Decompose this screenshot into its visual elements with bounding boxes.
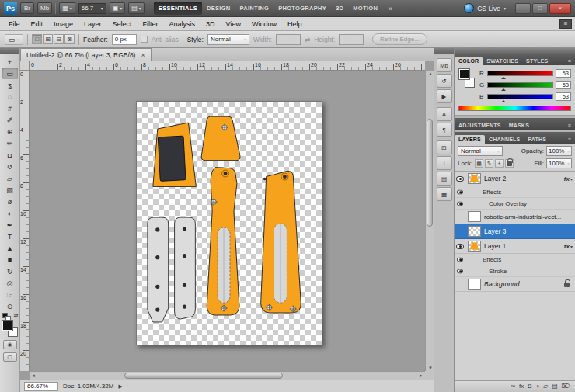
panel-menu-icon[interactable]: ≡ bbox=[564, 121, 575, 130]
horizontal-scroll-thumb[interactable] bbox=[124, 373, 283, 379]
effects-row[interactable]: Effects bbox=[455, 186, 575, 198]
history-brush-tool[interactable]: ↺ bbox=[2, 161, 18, 172]
menu-select[interactable]: Select bbox=[107, 19, 138, 29]
lock-pixels-icon[interactable]: ✎ bbox=[485, 159, 493, 168]
status-zoom-input[interactable]: 66.67% bbox=[24, 382, 58, 391]
visibility-toggle[interactable] bbox=[455, 210, 465, 224]
menu-analysis[interactable]: Analysis bbox=[164, 19, 201, 29]
rectangular-marquee-tool[interactable]: ▭ bbox=[2, 68, 18, 79]
blue-slider[interactable] bbox=[487, 94, 553, 99]
fx-expand-icon[interactable]: ▾ bbox=[570, 244, 573, 249]
layer-thumbnail[interactable] bbox=[468, 279, 481, 290]
paragraph-panel-icon[interactable]: ¶ bbox=[437, 123, 452, 137]
screen-mode-button[interactable]: ▤ ▾ bbox=[128, 2, 145, 14]
quick-mask-button[interactable]: ◉ bbox=[3, 340, 17, 349]
visibility-toggle[interactable] bbox=[455, 239, 465, 253]
opacity-select[interactable]: 100% ▾ bbox=[546, 146, 572, 156]
intersect-selection-icon[interactable]: ⊠ bbox=[64, 34, 75, 44]
tab-masks[interactable]: MASKS bbox=[505, 121, 533, 130]
arrange-documents-button[interactable]: ▣ ▾ bbox=[110, 2, 126, 14]
foreground-color-swatch[interactable] bbox=[2, 321, 12, 331]
eraser-tool[interactable]: ▱ bbox=[2, 172, 18, 184]
layer-row-background[interactable]: Background bbox=[455, 277, 575, 292]
horizontal-ruler[interactable]: 02468101214161820222426 bbox=[30, 61, 425, 71]
tab-layers[interactable]: LAYERS bbox=[455, 135, 485, 144]
visibility-toggle[interactable] bbox=[455, 224, 465, 238]
spot-healing-brush-tool[interactable]: ⊕ bbox=[2, 126, 18, 137]
new-layer-icon[interactable]: ▤ bbox=[552, 383, 558, 390]
brush-tool[interactable]: ✏ bbox=[2, 137, 18, 149]
vertical-scrollbar[interactable]: ▲ ▼ bbox=[425, 71, 434, 371]
panel-dock-grip[interactable] bbox=[455, 48, 575, 54]
canvas-viewport[interactable] bbox=[30, 71, 425, 371]
menu-window[interactable]: Window bbox=[246, 19, 282, 29]
document-canvas[interactable] bbox=[136, 101, 322, 345]
layer-row-layer-2[interactable]: Layer 2 fx ▾ bbox=[455, 172, 575, 186]
red-value-input[interactable]: 53 bbox=[556, 69, 571, 78]
tab-color[interactable]: COLOR bbox=[455, 57, 483, 65]
stroke-row[interactable]: Stroke bbox=[455, 265, 575, 277]
quick-selection-tool[interactable]: ◌ bbox=[2, 91, 18, 102]
blue-value-input[interactable]: 53 bbox=[556, 92, 571, 101]
visibility-toggle[interactable] bbox=[455, 277, 465, 291]
height-input[interactable] bbox=[339, 34, 364, 45]
lock-transparency-icon[interactable]: ▦ bbox=[475, 159, 483, 168]
color-spectrum-ramp[interactable] bbox=[458, 106, 571, 111]
width-input[interactable] bbox=[276, 34, 301, 45]
menu-image[interactable]: Image bbox=[48, 19, 78, 29]
link-dimensions-icon[interactable]: ⇄ bbox=[305, 36, 310, 43]
vertical-scroll-thumb[interactable] bbox=[427, 119, 433, 227]
tab-adjustments[interactable]: ADJUSTMENTS bbox=[455, 121, 505, 130]
link-layers-icon[interactable]: ∞ bbox=[511, 383, 515, 390]
layer-fx-badge[interactable]: fx bbox=[564, 243, 570, 250]
fx-expand-icon[interactable]: ▾ bbox=[570, 176, 573, 182]
panel-menu-icon[interactable]: ≡ bbox=[564, 57, 575, 65]
workspace-motion[interactable]: MOTION bbox=[348, 2, 382, 15]
pen-tool[interactable]: ✒ bbox=[2, 219, 18, 231]
cs-live-button[interactable]: CS Live ▾ bbox=[464, 3, 506, 13]
history-panel-icon[interactable]: ↺ bbox=[437, 74, 452, 88]
workspace-design[interactable]: DESIGN bbox=[202, 2, 235, 15]
workspace-essentials[interactable]: ESSENTIALS bbox=[154, 2, 202, 15]
notes-panel-icon[interactable]: ▤ bbox=[437, 172, 452, 186]
menu-filter[interactable]: Filter bbox=[138, 19, 164, 29]
refine-edge-button[interactable]: Refine Edge... bbox=[372, 33, 427, 45]
character-panel-icon[interactable]: A bbox=[437, 107, 452, 121]
default-colors-icon[interactable] bbox=[2, 313, 8, 318]
tab-styles[interactable]: STYLES bbox=[522, 57, 552, 65]
workspace-3d[interactable]: 3D bbox=[331, 2, 348, 15]
layer-group-icon[interactable]: ▱ bbox=[543, 383, 548, 390]
launch-mini-bridge-button[interactable]: Mb bbox=[37, 2, 52, 14]
menu-help[interactable]: Help bbox=[282, 19, 308, 29]
workspace-photography[interactable]: PHOTOGRAPHY bbox=[274, 2, 331, 15]
blur-tool[interactable]: ø bbox=[2, 196, 18, 207]
new-selection-icon[interactable]: □ bbox=[32, 34, 42, 44]
eyedropper-tool[interactable]: ✐ bbox=[2, 114, 18, 126]
menu-3d[interactable]: 3D bbox=[200, 19, 221, 29]
layer-row-layer-1[interactable]: Layer 1 fx ▾ bbox=[455, 239, 575, 254]
fill-select[interactable]: 100% ▾ bbox=[546, 158, 572, 168]
path-selection-tool[interactable]: ▲ bbox=[2, 242, 18, 254]
layer-row-robotic-arm[interactable]: robotic-arm-industrial-vect... bbox=[455, 210, 575, 224]
gradient-tool[interactable]: ▨ bbox=[2, 184, 18, 196]
tab-swatches[interactable]: SWATCHES bbox=[483, 57, 522, 65]
info-panel-icon[interactable]: i bbox=[437, 156, 452, 170]
crop-tool[interactable]: # bbox=[2, 102, 18, 114]
vertical-ruler[interactable]: 02468101214161820 bbox=[20, 71, 30, 371]
clone-source-panel-icon[interactable]: ⊡ bbox=[437, 140, 452, 154]
minimize-button[interactable]: — bbox=[515, 3, 531, 14]
menu-edit[interactable]: Edit bbox=[26, 19, 49, 29]
effects-row[interactable]: Effects bbox=[455, 254, 575, 265]
menu-file[interactable]: File bbox=[3, 19, 26, 29]
add-to-selection-icon[interactable]: ⊞ bbox=[43, 34, 53, 44]
swap-colors-icon[interactable]: ⇄ bbox=[14, 313, 19, 319]
color-overlay-row[interactable]: Color Overlay bbox=[455, 198, 575, 210]
add-layer-mask-icon[interactable]: ◘ bbox=[528, 383, 531, 390]
workspace-painting[interactable]: PAINTING bbox=[235, 2, 274, 15]
visibility-toggle[interactable] bbox=[455, 198, 465, 209]
document-tab[interactable]: Untitled-2 @ 66.7% (Layer 3, RGB/8) × bbox=[20, 48, 152, 61]
subtract-from-selection-icon[interactable]: ⊟ bbox=[54, 34, 64, 44]
blend-mode-select[interactable]: Normal ▾ bbox=[458, 146, 503, 156]
red-slider[interactable] bbox=[487, 71, 553, 76]
screen-mode-toggle-button[interactable]: ▢ bbox=[3, 352, 17, 362]
